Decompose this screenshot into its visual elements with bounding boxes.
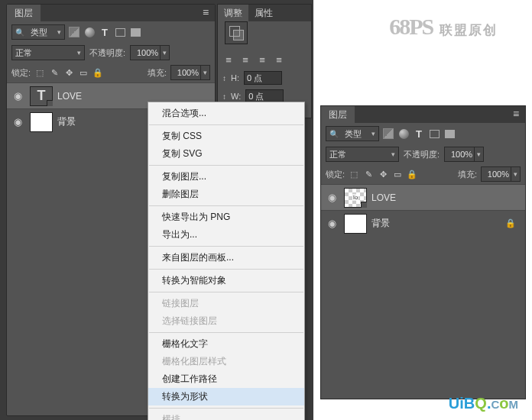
visibility-icon[interactable]: ◉ bbox=[324, 192, 339, 203]
menu-convert-smart-object[interactable]: 转换为智能对象 bbox=[148, 272, 304, 289]
h-label: H: bbox=[231, 73, 239, 82]
align-justify-icon[interactable]: ≡ bbox=[273, 53, 285, 66]
fill-field[interactable]: ▾ bbox=[170, 65, 210, 80]
blend-mode-select[interactable]: 正常 ▾ bbox=[11, 45, 85, 60]
layer-row[interactable]: ◉ 背景 🔒 bbox=[321, 210, 525, 236]
menu-copy-svg[interactable]: 复制 SVG bbox=[148, 145, 304, 163]
lock-icon: 🔒 bbox=[499, 218, 522, 228]
filter-smart-icon[interactable] bbox=[129, 26, 141, 38]
filter-shape-icon[interactable] bbox=[428, 128, 440, 140]
fill-field[interactable]: ▾ bbox=[481, 166, 521, 182]
menu-quick-export-png[interactable]: 快速导出为 PNG bbox=[148, 208, 304, 226]
menu-create-work-path[interactable]: 创建工作路径 bbox=[148, 370, 304, 388]
fill-label: 填充: bbox=[458, 169, 477, 180]
opacity-label: 不透明度: bbox=[89, 47, 125, 59]
lock-brush-icon[interactable]: ✎ bbox=[363, 169, 374, 179]
watermark-logo: 68PS 联盟原创 bbox=[375, 14, 512, 40]
tab-properties[interactable]: 属性 bbox=[248, 5, 279, 21]
opacity-label: 不透明度: bbox=[404, 149, 440, 160]
panel-tab-row: 图层 ≡ bbox=[7, 5, 215, 21]
menu-delete-layer[interactable]: 删除图层 bbox=[148, 186, 304, 203]
fill-input[interactable] bbox=[171, 68, 200, 77]
h-input[interactable] bbox=[244, 71, 282, 85]
layer-name[interactable]: LOVE bbox=[57, 91, 212, 102]
layer-thumbnail-text[interactable]: T bbox=[30, 86, 53, 106]
menu-copy-css[interactable]: 复制 CSS bbox=[148, 128, 304, 145]
tab-adjustments[interactable]: 调整 bbox=[218, 5, 248, 21]
fill-label: 填充: bbox=[148, 67, 167, 79]
filter-row: 🔍 类型 ▾ T bbox=[7, 21, 215, 43]
filter-adjust-icon[interactable] bbox=[397, 128, 410, 140]
w-label: W: bbox=[231, 92, 241, 101]
align-left-icon[interactable]: ≡ bbox=[222, 53, 235, 66]
menu-link-layers: 链接图层 bbox=[148, 295, 304, 312]
align-center-icon[interactable]: ≡ bbox=[239, 53, 251, 66]
filter-shape-icon[interactable] bbox=[114, 26, 126, 38]
blend-row: 正常 ▾ 不透明度: ▾ bbox=[7, 43, 215, 63]
filter-image-icon[interactable] bbox=[68, 26, 80, 38]
lock-brush-icon[interactable]: ✎ bbox=[49, 67, 60, 78]
menu-rasterize-style: 栅格化图层样式 bbox=[148, 353, 304, 370]
swap-icon[interactable] bbox=[225, 21, 248, 44]
panel-menu-icon[interactable]: ≡ bbox=[507, 106, 525, 123]
align-right-icon[interactable]: ≡ bbox=[256, 53, 268, 66]
lock-label: 锁定: bbox=[326, 169, 345, 180]
opacity-field[interactable]: ▾ bbox=[130, 45, 170, 60]
lock-position-icon[interactable]: ✥ bbox=[378, 169, 388, 179]
kind-label: 类型 bbox=[345, 128, 362, 140]
filter-image-icon[interactable] bbox=[382, 128, 394, 140]
panel-tab-row: 图层 ≡ bbox=[321, 106, 525, 123]
lock-artboard-icon[interactable]: ▭ bbox=[392, 169, 403, 179]
lock-artboard-icon[interactable]: ▭ bbox=[78, 67, 89, 78]
tab-layers[interactable]: 图层 bbox=[7, 5, 41, 21]
menu-select-linked: 选择链接图层 bbox=[148, 312, 304, 330]
kind-select[interactable]: 🔍 类型 ▾ bbox=[326, 126, 379, 141]
layer-thumbnail[interactable] bbox=[344, 214, 367, 234]
opacity-input[interactable] bbox=[131, 48, 160, 57]
kind-select[interactable]: 🔍 类型 ▾ bbox=[11, 24, 65, 40]
tab-layers[interactable]: 图层 bbox=[321, 106, 355, 123]
blend-row: 正常 ▾ 不透明度: ▾ bbox=[321, 144, 525, 164]
layers-list: ◉ lo LOVE ◉ 背景 🔒 bbox=[321, 184, 525, 236]
lock-row: 锁定: ⬚ ✎ ✥ ▭ 🔒 填充: ▾ bbox=[321, 164, 525, 184]
menu-horizontal: 横排 bbox=[148, 411, 304, 420]
visibility-icon[interactable]: ◉ bbox=[324, 218, 339, 229]
footer-watermark: UiBQ.CoM bbox=[449, 395, 518, 412]
filter-text-icon[interactable]: T bbox=[413, 128, 425, 140]
lock-label: 锁定: bbox=[11, 67, 31, 79]
filter-text-icon[interactable]: T bbox=[99, 26, 111, 38]
layer-thumbnail[interactable] bbox=[30, 112, 53, 132]
layer-name[interactable]: 背景 bbox=[371, 217, 499, 230]
align-row: ≡ ≡ ≡ ≡ bbox=[218, 50, 311, 69]
layers-panel-right: 图层 ≡ 🔍 类型 ▾ T 正常 ▾ 不透明度: ▾ bbox=[320, 105, 526, 399]
layer-row[interactable]: ◉ lo LOVE bbox=[321, 184, 525, 210]
menu-duplicate-layer[interactable]: 复制图层... bbox=[148, 168, 304, 186]
layer-thumbnail-shape[interactable]: lo bbox=[344, 188, 367, 208]
kind-label: 类型 bbox=[31, 27, 47, 38]
menu-export-as[interactable]: 导出为... bbox=[148, 226, 304, 244]
panel-menu-icon[interactable]: ≡ bbox=[196, 5, 215, 21]
fill-input[interactable] bbox=[482, 170, 511, 179]
visibility-icon[interactable]: ◉ bbox=[10, 116, 25, 128]
filter-row: 🔍 类型 ▾ T bbox=[321, 123, 525, 144]
opacity-input[interactable] bbox=[445, 150, 474, 159]
lock-pixels-icon[interactable]: ⬚ bbox=[349, 169, 359, 179]
blend-mode-select[interactable]: 正常 ▾ bbox=[326, 147, 399, 162]
lock-all-icon[interactable]: 🔒 bbox=[92, 67, 103, 78]
opacity-field[interactable]: ▾ bbox=[444, 147, 484, 162]
menu-rasterize-type[interactable]: 栅格化文字 bbox=[148, 335, 304, 353]
lock-all-icon[interactable]: 🔒 bbox=[407, 169, 417, 179]
visibility-icon[interactable]: ◉ bbox=[10, 90, 25, 102]
layer-name[interactable]: LOVE bbox=[371, 192, 522, 203]
filter-adjust-icon[interactable] bbox=[83, 26, 96, 38]
filter-smart-icon[interactable] bbox=[443, 128, 456, 140]
lock-row: 锁定: ⬚ ✎ ✥ ▭ 🔒 填充: ▾ bbox=[7, 63, 215, 82]
layer-context-menu: 混合选项... 复制 CSS 复制 SVG 复制图层... 删除图层 快速导出为… bbox=[148, 102, 305, 420]
menu-blending-options[interactable]: 混合选项... bbox=[148, 105, 304, 122]
menu-artboard-from-layers[interactable]: 来自图层的画板... bbox=[148, 249, 304, 267]
menu-convert-to-shape[interactable]: 转换为形状 bbox=[148, 388, 304, 405]
lock-position-icon[interactable]: ✥ bbox=[63, 67, 74, 78]
lock-pixels-icon[interactable]: ⬚ bbox=[34, 67, 45, 78]
